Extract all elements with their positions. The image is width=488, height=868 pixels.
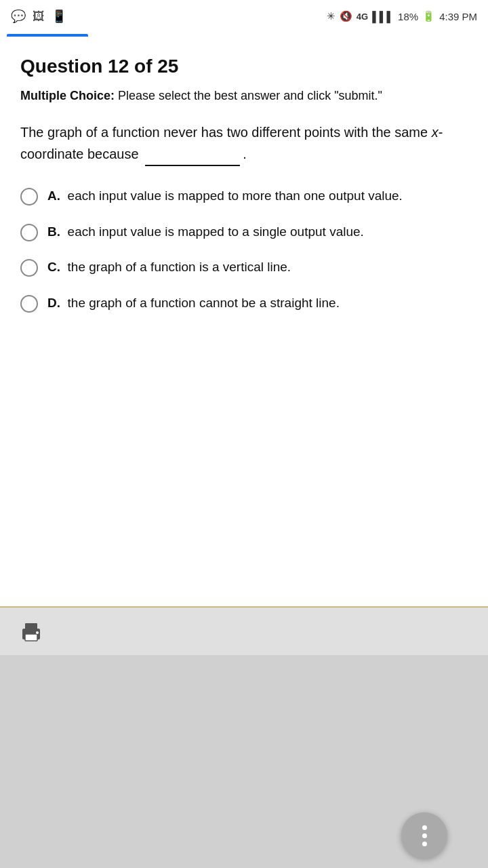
signal-bars-icon: ▌▌▌ [372, 11, 394, 22]
fab-dots-icon [422, 825, 427, 846]
bluetooth-icon: ✳ [327, 10, 336, 22]
option-a-letter: A. [47, 189, 60, 203]
option-c-letter: C. [47, 260, 60, 274]
options-list: A. each input value is mapped to more th… [20, 186, 468, 313]
option-d-text: the graph of a function cannot be a stra… [68, 296, 340, 310]
answer-blank [145, 143, 240, 166]
image-icon: 🖼 [33, 9, 45, 24]
print-icon [19, 619, 43, 644]
radio-d[interactable] [20, 295, 38, 313]
option-a-label: A. each input value is mapped to more th… [47, 186, 403, 206]
question-part-c: . [243, 146, 247, 161]
mute-icon: 🔇 [340, 10, 352, 22]
question-body: The graph of a function never has two di… [20, 121, 468, 166]
option-b-label: B. each input value is mapped to a singl… [47, 222, 364, 242]
message-icon: 💬 [11, 9, 26, 24]
option-b-letter: B. [47, 224, 60, 239]
bottom-toolbar [0, 606, 488, 655]
option-a[interactable]: A. each input value is mapped to more th… [20, 186, 468, 206]
svg-point-3 [36, 631, 39, 634]
radio-a[interactable] [20, 188, 38, 205]
option-c[interactable]: C. the graph of a function is a vertical… [20, 258, 468, 277]
option-d-label: D. the graph of a function cannot be a s… [47, 294, 340, 313]
x-coord-italic: x [432, 125, 439, 140]
radio-c[interactable] [20, 259, 38, 277]
fab-more-button[interactable] [401, 812, 447, 859]
device-icon: 📱 [52, 9, 66, 24]
print-button[interactable] [14, 614, 49, 649]
battery-percentage: 18% [398, 11, 418, 22]
option-b-text: each input value is mapped to a single o… [68, 224, 364, 239]
option-c-label: C. the graph of a function is a vertical… [47, 258, 291, 277]
status-right-info: ✳ 🔇 4G ▌▌▌ 18% 🔋 4:39 PM [327, 10, 477, 22]
option-d[interactable]: D. the graph of a function cannot be a s… [20, 294, 468, 313]
gray-background-area [0, 655, 488, 868]
question-instruction: Multiple Choice: Please select the best … [20, 87, 468, 105]
network-icon: 4G [357, 12, 368, 22]
dot-2 [422, 833, 427, 838]
svg-rect-1 [25, 623, 37, 630]
dot-3 [422, 842, 427, 846]
dot-1 [422, 825, 427, 830]
battery-icon: 🔋 [422, 10, 435, 22]
main-content-card: Question 12 of 25 Multiple Choice: Pleas… [0, 37, 488, 606]
option-d-letter: D. [47, 296, 60, 310]
instruction-text: Please select the best answer and click … [115, 89, 382, 102]
time-display: 4:39 PM [439, 11, 477, 22]
svg-rect-2 [25, 634, 37, 641]
status-bar: 💬 🖼 📱 ✳ 🔇 4G ▌▌▌ 18% 🔋 4:39 PM [0, 0, 488, 33]
option-a-text: each input value is mapped to more than … [68, 189, 403, 203]
status-left-icons: 💬 🖼 📱 [11, 9, 66, 24]
option-b[interactable]: B. each input value is mapped to a singl… [20, 222, 468, 242]
option-c-text: the graph of a function is a vertical li… [68, 260, 291, 274]
question-header: Question 12 of 25 [20, 56, 468, 77]
question-part-a: The graph of a function never has two di… [20, 125, 432, 140]
instruction-bold: Multiple Choice: [20, 89, 115, 102]
radio-b[interactable] [20, 224, 38, 241]
